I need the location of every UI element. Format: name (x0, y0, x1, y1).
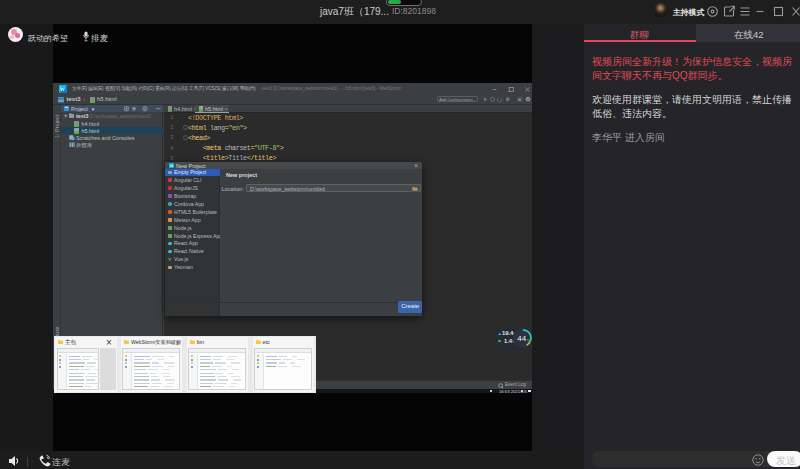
svg-text:44: 44 (517, 334, 526, 343)
